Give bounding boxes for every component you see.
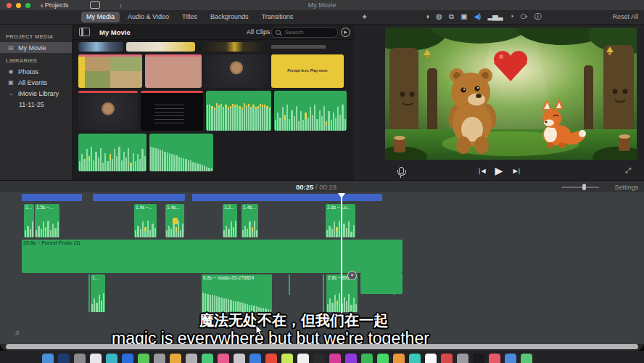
tab-transitions[interactable]: Transitions [257, 12, 299, 23]
close-window-icon[interactable] [7, 3, 12, 8]
sidebar-item-11-11-25[interactable]: 11-11-25 [0, 99, 72, 110]
timeline-clip[interactable]: 1.4s... [242, 204, 258, 237]
dock-app-icon[interactable] [58, 354, 70, 363]
dock-app-icon[interactable] [521, 354, 532, 363]
enhance-wand-icon[interactable]: ✦ [361, 12, 368, 22]
settings-button[interactable]: Settings [614, 184, 638, 191]
media-thumb-grid[interactable] [78, 54, 142, 88]
dock-app-icon[interactable] [218, 354, 229, 363]
noise-reduction-icon[interactable]: ▂▅▃ [487, 12, 502, 22]
dock-app-icon[interactable] [154, 354, 165, 363]
dock-app-icon[interactable] [74, 354, 86, 363]
filter-play-icon[interactable]: ▶ [341, 28, 350, 37]
dock-app-icon[interactable] [90, 354, 102, 363]
play-icon[interactable]: ▶ [495, 165, 503, 176]
color-correction-icon[interactable]: ◑ [425, 12, 429, 22]
dock-app-icon[interactable] [505, 354, 516, 363]
dock-app-icon[interactable] [345, 354, 357, 363]
microphone-icon[interactable] [399, 167, 404, 174]
media-thumb-audio-dense[interactable] [206, 91, 271, 131]
chapter-bar[interactable] [93, 194, 185, 201]
chapter-bar[interactable] [22, 194, 82, 201]
sidebar-item-imovie-library[interactable]: ⌄iMovie Library [0, 88, 72, 99]
dock-app-icon[interactable] [106, 354, 117, 363]
timeline-clip[interactable]: 1.5s ~... [35, 204, 59, 237]
timeline-clip[interactable] [360, 273, 402, 294]
media-thumb-audio-decay[interactable] [149, 134, 213, 171]
dock-app-icon[interactable] [202, 354, 213, 363]
timeline-clip[interactable]: 1.4s... [165, 204, 184, 237]
dock-app-icon[interactable] [122, 354, 133, 363]
dock-app-icon[interactable] [186, 354, 197, 363]
download-arrow-icon[interactable]: ↓ [119, 1, 123, 9]
projects-back-button[interactable]: ‹ Projects [41, 1, 68, 9]
dock-app-icon[interactable] [297, 354, 309, 363]
dock-app-icon[interactable] [313, 354, 325, 363]
media-thumb-strip-blue[interactable] [78, 42, 123, 52]
tab-titles[interactable]: Titles [177, 12, 202, 23]
volume-icon[interactable]: ◀) [474, 12, 480, 22]
timeline-clip[interactable]: 29.5s ~ Forest Frolic (1) [22, 240, 402, 273]
tab-backgrounds[interactable]: Backgrounds [205, 12, 254, 23]
media-thumb-page[interactable] [145, 54, 202, 88]
info-icon[interactable]: ⓘ [534, 12, 541, 22]
media-thumb-man-red[interactable] [78, 91, 138, 131]
media-thumb-audio[interactable] [274, 91, 347, 131]
reset-all-button[interactable]: Reset All [612, 13, 638, 20]
sidebar-item-photos[interactable]: ◉Photos [0, 66, 72, 77]
skip-back-icon[interactable]: ❘◀ [477, 168, 485, 174]
dock-app-icon[interactable] [265, 354, 277, 363]
color-palette-icon[interactable]: ◍ [436, 12, 442, 22]
dock-app-icon[interactable] [138, 354, 149, 363]
search-input[interactable] [284, 28, 330, 36]
horizontal-scrollbar[interactable] [6, 344, 638, 349]
media-thumb-strip-cream[interactable] [126, 42, 195, 52]
dock-app-icon[interactable] [409, 354, 421, 363]
dock-app-icon[interactable] [393, 354, 405, 363]
tab-audio-video[interactable]: Audio & Video [123, 12, 174, 23]
timeline-clip[interactable]: 1... [24, 204, 34, 237]
dock-app-icon[interactable] [489, 354, 500, 363]
timeline-clip[interactable]: 1.9s ~... [134, 204, 157, 237]
media-thumb-audio[interactable] [78, 134, 146, 171]
media-thumb-terminal[interactable] [141, 91, 203, 131]
dock-app-icon[interactable] [441, 354, 453, 363]
dock-app-icon[interactable] [425, 354, 437, 363]
dock-app-icon[interactable] [234, 354, 245, 363]
zoom-window-icon[interactable] [25, 3, 30, 8]
dock-app-icon[interactable] [377, 354, 389, 363]
zoom-slider-knob[interactable] [582, 184, 586, 190]
timeline-clip[interactable]: 6.8s ~ magic-03-276824 [202, 274, 272, 312]
effects-icon[interactable]: ⧂ [521, 12, 527, 22]
dock-app-icon[interactable] [42, 354, 54, 363]
skip-forward-icon[interactable]: ▶❘ [513, 168, 521, 174]
fullscreen-icon[interactable]: ⤢ [625, 166, 631, 175]
sidebar-item-my-movie[interactable]: ▤My Movie [0, 42, 72, 53]
dock-app-icon[interactable] [281, 354, 293, 363]
chapter-bar[interactable] [192, 194, 382, 201]
playhead-line[interactable] [341, 193, 342, 315]
stabilization-icon[interactable]: ▣ [461, 12, 466, 22]
dock-app-icon[interactable] [361, 354, 373, 363]
crop-icon[interactable]: ⧉ [449, 12, 453, 22]
timeline-zoom-slider[interactable] [561, 187, 599, 188]
media-thumb-promo[interactable]: Prompt less. Play more [271, 54, 344, 88]
media-thumb-strip-dark[interactable] [198, 42, 268, 52]
dock-app-icon[interactable] [170, 354, 181, 363]
speed-icon[interactable]: ◔ [509, 12, 513, 22]
timeline-clip[interactable]: 2.8s ~ Bib...× [326, 274, 358, 312]
media-thumb-strip-figs[interactable] [271, 42, 326, 52]
tab-my-media[interactable]: My Media [81, 12, 120, 23]
timeline-clip[interactable]: 1.2... [223, 204, 237, 237]
media-thumb-man[interactable] [205, 54, 268, 88]
playhead-handle[interactable] [338, 193, 345, 198]
dock-app-icon[interactable] [249, 354, 261, 363]
dock-app-icon[interactable] [457, 354, 468, 363]
dock-app-icon[interactable] [329, 354, 341, 363]
sidebar-toggle-icon[interactable] [79, 28, 90, 36]
minimize-window-icon[interactable] [16, 3, 21, 8]
sidebar-item-all-events[interactable]: ▣All Events [0, 77, 72, 88]
dock-app-icon[interactable] [473, 354, 484, 363]
timeline-clip[interactable]: 1... [91, 274, 105, 312]
import-media-icon[interactable] [90, 1, 100, 9]
